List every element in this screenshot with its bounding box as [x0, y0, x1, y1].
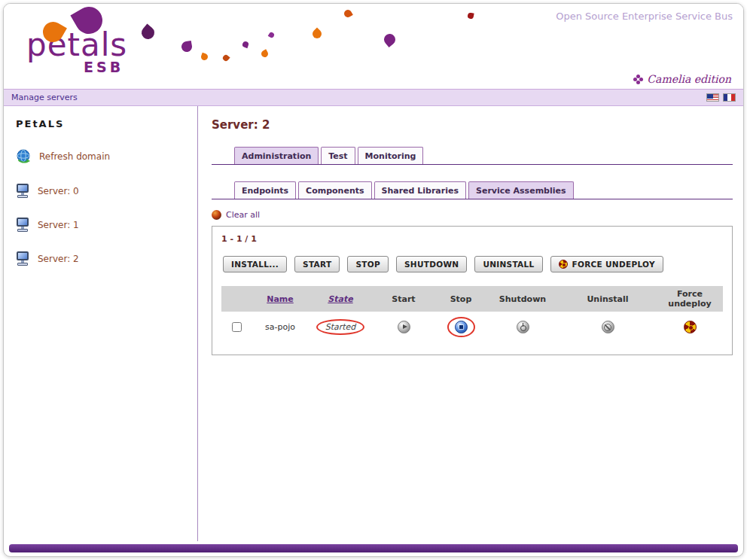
- sort-name-link[interactable]: Name: [267, 294, 294, 304]
- col-start: Start: [372, 286, 435, 312]
- row-state: Started: [325, 322, 356, 332]
- clear-all-label: Clear all: [226, 210, 260, 220]
- stop-icon[interactable]: [455, 321, 468, 333]
- radiation-icon: [559, 260, 568, 269]
- tab-endpoints[interactable]: Endpoints: [234, 181, 296, 199]
- manage-servers-link[interactable]: Manage servers: [11, 93, 78, 102]
- sidebar-item-server-0[interactable]: Server: 0: [16, 184, 197, 199]
- refresh-domain-label: Refresh domain: [39, 151, 110, 162]
- tab-monitoring[interactable]: Monitoring: [358, 147, 424, 164]
- fr-flag-icon[interactable]: [723, 93, 736, 102]
- force-undeploy-icon[interactable]: [684, 321, 697, 333]
- app-window: Open Source Enterprise Service Bus petal…: [3, 3, 744, 557]
- petal-shape: [242, 41, 249, 48]
- petal-shape: [139, 24, 157, 42]
- clear-all-icon: [212, 210, 221, 220]
- primary-tabbar: Administration Test Monitoring: [212, 147, 733, 165]
- edition-badge: Camelia edition: [633, 73, 731, 85]
- menubar: Manage servers: [4, 89, 743, 106]
- petals-logo: petals ESB: [26, 29, 127, 75]
- assemblies-panel: 1 - 1 / 1 INSTALL... START STOP SHUTDOWN…: [212, 226, 733, 355]
- col-shutdown: Shutdown: [486, 286, 559, 312]
- tab-test[interactable]: Test: [321, 147, 355, 164]
- computer-icon: [16, 184, 31, 199]
- col-stop: Stop: [435, 286, 486, 312]
- sort-state-link[interactable]: State: [328, 294, 352, 304]
- annotation-ellipse: Started: [316, 319, 365, 335]
- tagline: Open Source Enterprise Service Bus: [556, 11, 733, 22]
- server-label: Server: 2: [38, 254, 79, 264]
- computer-icon: [16, 218, 31, 233]
- force-undeploy-button[interactable]: FORCE UNDEPLOY: [550, 256, 663, 272]
- shutdown-button[interactable]: SHUTDOWN: [396, 256, 467, 272]
- logo-word: petals: [26, 29, 127, 61]
- us-flag-icon[interactable]: [706, 93, 719, 102]
- stop-button[interactable]: STOP: [347, 256, 389, 272]
- sidebar: PEtALS Refresh domain Server: 0 Server: …: [4, 106, 198, 541]
- server-label: Server: 0: [38, 186, 79, 196]
- sidebar-item-server-2[interactable]: Server: 2: [16, 251, 197, 266]
- clear-all-link[interactable]: Clear all: [212, 210, 260, 220]
- tab-administration[interactable]: Administration: [234, 147, 319, 164]
- start-icon[interactable]: [398, 321, 410, 333]
- petal-shape: [382, 32, 398, 47]
- petal-shape: [311, 28, 324, 41]
- petal-shape: [221, 53, 230, 62]
- petal-shape: [343, 8, 353, 19]
- content: PEtALS Refresh domain Server: 0 Server: …: [4, 106, 743, 541]
- action-button-row: INSTALL... START STOP SHUTDOWN UNINSTALL…: [223, 256, 721, 272]
- refresh-domain-link[interactable]: Refresh domain: [16, 148, 197, 165]
- flower-icon: [633, 75, 643, 84]
- col-checkbox: [221, 286, 252, 312]
- tab-components[interactable]: Components: [298, 181, 371, 199]
- language-switcher: [706, 93, 736, 102]
- install-button[interactable]: INSTALL...: [223, 256, 287, 272]
- computer-icon: [16, 251, 31, 266]
- petal-shape: [268, 32, 276, 39]
- header: Open Source Enterprise Service Bus petal…: [4, 4, 743, 89]
- petal-shape: [181, 41, 193, 53]
- petal-shape: [467, 12, 474, 19]
- assemblies-table: Name State Start Stop Shutdown Uninstall…: [221, 286, 723, 342]
- sidebar-title: PEtALS: [16, 118, 197, 129]
- server-label: Server: 1: [38, 220, 79, 230]
- tab-shared-libraries[interactable]: Shared Libraries: [374, 181, 466, 199]
- row-name: sa-pojo: [252, 312, 309, 342]
- page-title: Server: 2: [212, 118, 733, 132]
- force-undeploy-label: FORCE UNDEPLOY: [572, 260, 655, 269]
- petal-shape: [200, 53, 209, 62]
- table-header-row: Name State Start Stop Shutdown Uninstall…: [221, 286, 723, 312]
- annotation-ellipse: [447, 317, 475, 337]
- pagination: 1 - 1 / 1: [221, 234, 723, 244]
- edition-label: Camelia edition: [647, 73, 731, 85]
- uninstall-button[interactable]: UNINSTALL: [474, 256, 542, 272]
- table-row: sa-pojo Started: [221, 312, 723, 342]
- col-force-undeploy: Force undeploy: [657, 286, 723, 312]
- col-uninstall: Uninstall: [559, 286, 657, 312]
- footer-bar: [9, 544, 738, 552]
- main-panel: Server: 2 Administration Test Monitoring…: [198, 106, 743, 541]
- secondary-tabbar: Endpoints Components Shared Libraries Se…: [212, 181, 733, 199]
- petal-shape: [260, 49, 269, 58]
- row-checkbox[interactable]: [232, 322, 242, 332]
- sidebar-item-server-1[interactable]: Server: 1: [16, 218, 197, 233]
- shutdown-icon[interactable]: [517, 321, 529, 333]
- tab-service-assemblies[interactable]: Service Assemblies: [468, 181, 574, 199]
- globe-refresh-icon: [16, 148, 32, 165]
- start-button[interactable]: START: [294, 256, 340, 272]
- uninstall-icon[interactable]: [602, 321, 614, 333]
